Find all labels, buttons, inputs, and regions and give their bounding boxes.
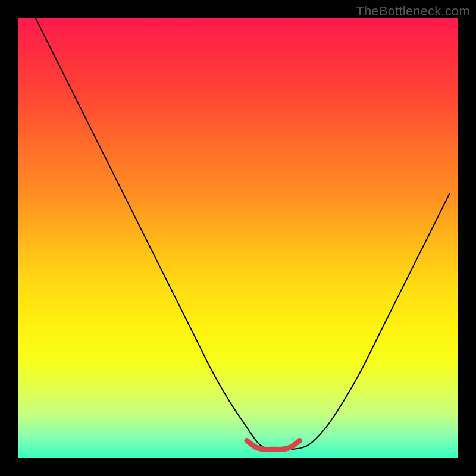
chart-frame: TheBottleneck.com <box>0 0 476 476</box>
bottleneck-highlight <box>247 440 300 449</box>
main-curve <box>36 18 450 450</box>
plot-area <box>18 18 458 458</box>
watermark-text: TheBottleneck.com <box>356 4 470 19</box>
chart-svg <box>18 18 458 458</box>
